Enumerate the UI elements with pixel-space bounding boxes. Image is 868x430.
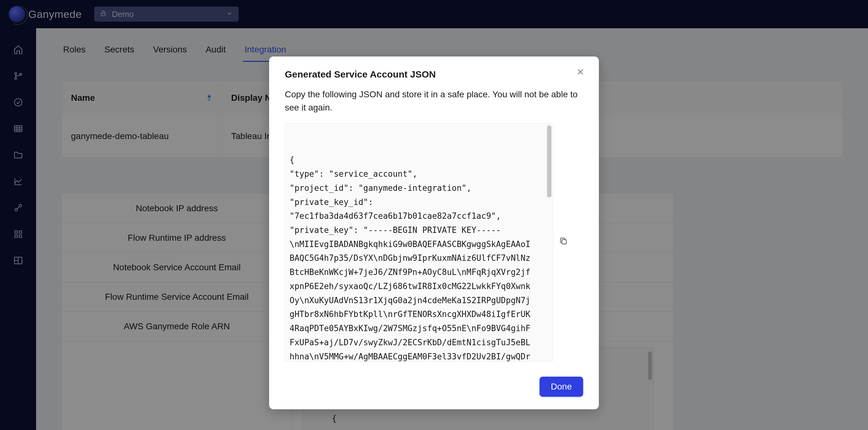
- service-account-json-code[interactable]: { "type": "service_account", "project_id…: [285, 123, 553, 362]
- modal-description: Copy the following JSON and store it in …: [285, 88, 583, 114]
- modal-overlay[interactable]: Generated Service Account JSON Copy the …: [0, 0, 868, 430]
- done-button[interactable]: Done: [539, 377, 583, 397]
- close-icon[interactable]: [576, 68, 586, 77]
- modal-title: Generated Service Account JSON: [285, 69, 583, 80]
- svg-rect-23: [562, 239, 566, 244]
- service-account-json-modal: Generated Service Account JSON Copy the …: [269, 57, 599, 409]
- copy-icon[interactable]: [559, 237, 570, 248]
- scrollbar-thumb[interactable]: [547, 125, 552, 197]
